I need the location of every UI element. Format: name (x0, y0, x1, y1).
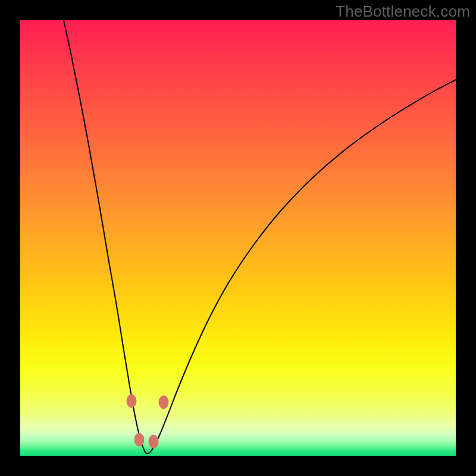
trough-marker-2 (149, 435, 158, 448)
trough-markers (127, 394, 168, 448)
plot-area (20, 20, 456, 456)
trough-marker-1 (134, 433, 144, 446)
curve-layer (20, 20, 456, 456)
watermark-text: TheBottleneck.com (336, 2, 470, 21)
chart-frame: TheBottleneck.com (0, 0, 476, 476)
bottleneck-curve (64, 20, 456, 454)
trough-marker-3 (159, 396, 168, 409)
trough-marker-0 (127, 394, 136, 408)
